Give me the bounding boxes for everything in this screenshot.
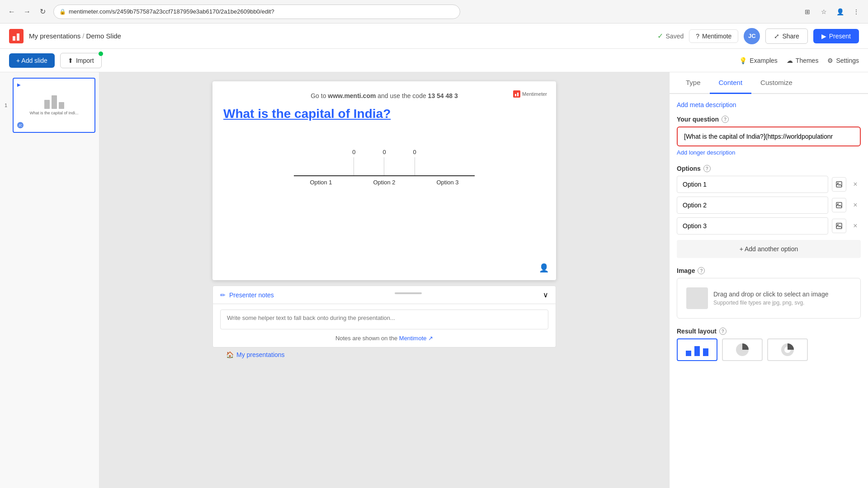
- add-option-button[interactable]: + Add another option: [677, 240, 861, 258]
- notes-area: ✏ Presenter notes ∨ Notes are shown on t…: [212, 286, 556, 347]
- options-help-icon[interactable]: ?: [703, 165, 711, 172]
- thumb-bar-2: [52, 95, 57, 109]
- address-bar[interactable]: 🔒 mentimeter.com/s/2459b757587a23ccf7187…: [53, 5, 460, 19]
- meta-description-link[interactable]: Add meta description: [677, 101, 861, 108]
- my-presentations-link[interactable]: 🏠 My presentations: [226, 351, 285, 358]
- panel-content: Add meta description Your question ?: [670, 94, 868, 377]
- tab-type[interactable]: Type: [677, 72, 710, 94]
- image-section: Image ? Drag and drop or click to select…: [677, 267, 861, 319]
- browser-actions: ⊞ ☆ 👤 ⋮: [801, 5, 863, 18]
- lightbulb-icon: 💡: [739, 57, 747, 64]
- extensions-button[interactable]: ⊞: [801, 5, 814, 18]
- examples-button[interactable]: 💡 Examples: [739, 57, 777, 64]
- slide-number: 1: [5, 103, 7, 108]
- forward-button[interactable]: →: [21, 5, 33, 18]
- question-help-icon[interactable]: ?: [722, 116, 729, 123]
- layout-option-donut[interactable]: [767, 338, 808, 361]
- result-layout-section: Result layout ?: [677, 328, 861, 361]
- slide-play-icon: ▶: [17, 82, 21, 87]
- chart-label-2: Option 2: [366, 179, 402, 186]
- option-image-btn-1[interactable]: [832, 177, 846, 192]
- import-button[interactable]: ⬆ Import: [60, 53, 102, 68]
- tab-customize[interactable]: Customize: [751, 72, 802, 94]
- bookmark-button[interactable]: ☆: [817, 5, 830, 18]
- chart-axis: [294, 175, 475, 176]
- thumb-bar-3: [59, 102, 64, 109]
- layout-donut-icon: [774, 342, 801, 358]
- chart-area: 0 0 0 Option 1 Option 2 O: [223, 139, 545, 186]
- chart-label-3: Option 3: [429, 179, 466, 186]
- settings-button[interactable]: ⚙ Settings: [827, 57, 859, 64]
- image-icon-2: [836, 202, 842, 208]
- chart-value-2: 0: [382, 149, 386, 155]
- option-delete-btn-2[interactable]: ×: [850, 200, 861, 211]
- right-panel: Type Content Customize Add meta descript…: [669, 72, 868, 488]
- main-layout: 1 ▶ What is the capital of Indi... JC Go…: [0, 72, 868, 488]
- back-button[interactable]: ←: [5, 5, 18, 18]
- settings-icon: ⚙: [827, 57, 833, 64]
- image-help-icon[interactable]: ?: [698, 267, 705, 274]
- notes-header[interactable]: ✏ Presenter notes ∨: [212, 286, 556, 304]
- layout-option-bars[interactable]: [677, 338, 717, 361]
- themes-button[interactable]: ☁ Themes: [787, 57, 819, 64]
- result-layout-help-icon[interactable]: ?: [719, 328, 726, 335]
- image-drop-area[interactable]: Drag and drop or click to select an imag…: [677, 278, 861, 319]
- option-row-2: ×: [677, 197, 861, 214]
- question-label-text: Your question: [677, 116, 719, 123]
- svg-rect-12: [686, 351, 691, 356]
- play-icon: ▶: [821, 33, 826, 40]
- options-label: Options ?: [677, 165, 861, 172]
- slide-thumbnail[interactable]: ▶ What is the capital of Indi... JC: [13, 78, 95, 133]
- mentimote-notes-link[interactable]: Mentimote ↗: [399, 335, 433, 342]
- themes-icon: ☁: [787, 57, 793, 64]
- mentimote-button[interactable]: ? Mentimote: [689, 29, 738, 43]
- chart-value-1: 0: [352, 149, 355, 155]
- question-input[interactable]: [679, 128, 859, 145]
- question-input-wrapper: [677, 127, 861, 146]
- home-icon: 🏠: [226, 351, 234, 358]
- chart-bars: 0 0 0: [352, 139, 416, 175]
- svg-rect-13: [694, 346, 700, 356]
- add-slide-button[interactable]: + Add slide: [9, 53, 55, 68]
- notes-footer-text: Notes are shown on the: [335, 335, 397, 342]
- notes-body: Notes are shown on the Mentimote ↗: [212, 304, 556, 347]
- share-button[interactable]: ⤢ Share: [765, 28, 807, 44]
- refresh-button[interactable]: ↻: [36, 5, 49, 18]
- notes-input[interactable]: [220, 310, 548, 329]
- mentimeter-logo-icon: [513, 90, 520, 98]
- chart-bar-group-3: 0: [413, 149, 416, 175]
- share-label: Share: [782, 33, 799, 40]
- layout-option-pie[interactable]: [722, 338, 763, 361]
- slide-thumb-bars: [44, 95, 64, 109]
- chevron-down-icon: ∨: [543, 291, 548, 299]
- tab-content[interactable]: Content: [710, 72, 752, 94]
- notes-footer: Notes are shown on the Mentimote ↗: [220, 335, 548, 342]
- chart-labels: Option 1 Option 2 Option 3: [303, 179, 466, 186]
- option-image-btn-2[interactable]: [832, 198, 846, 212]
- question-field-label: Your question ?: [677, 116, 861, 123]
- breadcrumb-link[interactable]: My presentations: [29, 32, 80, 40]
- option-image-btn-3[interactable]: [832, 219, 846, 233]
- profile-button[interactable]: 👤: [834, 5, 846, 18]
- present-button[interactable]: ▶ Present: [813, 29, 859, 43]
- add-longer-description-link[interactable]: Add longer description: [677, 149, 861, 156]
- option-input-1[interactable]: [677, 176, 828, 193]
- result-layout-text: Result layout: [677, 328, 717, 335]
- option-delete-btn-3[interactable]: ×: [850, 221, 861, 231]
- options-section: Options ? ×: [677, 165, 861, 258]
- slide-thumb-avatar: JC: [17, 122, 24, 128]
- slide-canvas: Go to www.menti.com and use the code 13 …: [212, 81, 556, 280]
- option-input-2[interactable]: [677, 197, 828, 214]
- image-label: Image ?: [677, 267, 861, 274]
- examples-label: Examples: [750, 57, 777, 64]
- option-input-3[interactable]: [677, 217, 828, 235]
- toolbar: + Add slide ⬆ Import 💡 Examples ☁ Themes…: [0, 49, 868, 72]
- lock-icon: 🔒: [59, 9, 66, 15]
- option-delete-btn-1[interactable]: ×: [850, 179, 861, 190]
- thumb-bar-1: [44, 100, 50, 109]
- avatar-button[interactable]: JC: [744, 28, 760, 44]
- notes-drag-handle: [395, 292, 422, 294]
- menu-button[interactable]: ⋮: [850, 5, 863, 18]
- notes-header-left: ✏ Presenter notes: [220, 291, 274, 299]
- image-placeholder: [686, 287, 708, 309]
